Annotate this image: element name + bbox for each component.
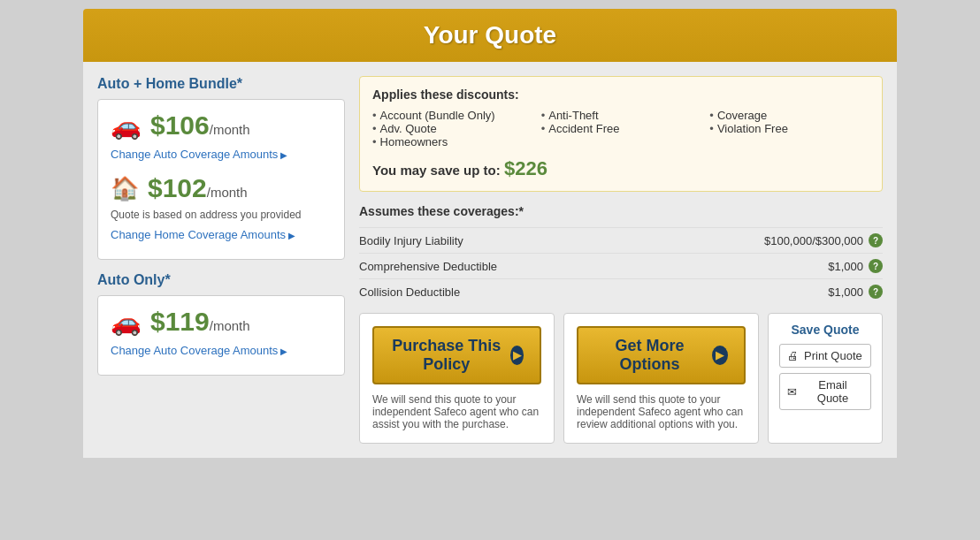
page-header: Your Quote (83, 9, 897, 62)
printer-icon (787, 349, 799, 362)
home-price: $102/month (148, 173, 248, 203)
auto-price: $106/month (150, 110, 250, 141)
coverage-value-3: $1,000 ? (828, 285, 883, 299)
action-row: Purchase This Policy ▶ We will send this… (359, 304, 883, 444)
coverage-label-3: Collision Deductible (359, 285, 460, 299)
help-icon-2[interactable]: ? (869, 259, 883, 273)
help-icon-3[interactable]: ? (869, 285, 883, 299)
arrow-icon-2 (288, 228, 295, 241)
options-card: Get More Options ▶ We will send this quo… (563, 313, 759, 444)
page-title: Your Quote (83, 21, 897, 49)
help-icon-1[interactable]: ? (869, 233, 883, 247)
arrow-icon-3 (280, 344, 287, 357)
coverages-section: Assumes these coverages:* Bodily Injury … (359, 204, 883, 304)
save-title: Save Quote (779, 323, 871, 337)
discount-item: • Adv. Quote (372, 122, 532, 135)
auto-only-price: $119/month (150, 307, 250, 337)
savings-line: You may save up to: $226 (372, 157, 869, 180)
bundle-section-title: Auto + Home Bundle* (97, 76, 345, 92)
savings-amount: $226 (504, 157, 547, 179)
discount-item: • Account (Bundle Only) (372, 109, 532, 122)
auto-only-section-title: Auto Only* (97, 272, 345, 288)
discount-item: • Violation Free (709, 122, 869, 135)
discount-col-3: • Coverage • Violation Free (709, 109, 869, 148)
coverage-row-2: Comprehensive Deductible $1,000 ? (359, 253, 883, 278)
discount-col-1: • Account (Bundle Only) • Adv. Quote • H… (372, 109, 532, 148)
coverages-title: Assumes these coverages:* (359, 204, 883, 218)
discount-item: • Coverage (709, 109, 869, 122)
email-button[interactable]: Email Quote (779, 373, 871, 410)
auto-only-quote-box: 🚗 $119/month Change Auto Coverage Amount… (97, 295, 345, 376)
email-icon (787, 385, 797, 399)
car-icon: 🚗 (111, 111, 142, 141)
discount-item: • Accident Free (541, 122, 701, 135)
change-auto-only-coverage-link[interactable]: Change Auto Coverage Amounts (111, 344, 287, 357)
home-icon: 🏠 (111, 175, 139, 202)
print-button[interactable]: Print Quote (779, 344, 871, 368)
discount-col-2: • Anti-Theft • Accident Free (541, 109, 701, 148)
change-home-coverage-link[interactable]: Change Home Coverage Amounts (111, 228, 295, 241)
home-note: Quote is based on address you provided (111, 209, 332, 221)
save-card: Save Quote Print Quote Email Quote (768, 313, 883, 444)
discounts-list: • Account (Bundle Only) • Adv. Quote • H… (372, 109, 869, 148)
options-arrow-icon: ▶ (712, 346, 728, 365)
coverage-value-2: $1,000 ? (828, 259, 883, 273)
purchase-button[interactable]: Purchase This Policy ▶ (372, 326, 541, 384)
discount-item: • Anti-Theft (541, 109, 701, 122)
right-panel: Applies these discounts: • Account (Bund… (359, 76, 883, 444)
discounts-box: Applies these discounts: • Account (Bund… (359, 76, 883, 192)
car-icon-2: 🚗 (111, 308, 142, 337)
coverage-row-3: Collision Deductible $1,000 ? (359, 278, 883, 304)
coverage-label-2: Comprehensive Deductible (359, 260, 497, 273)
coverage-row-1: Bodily Injury Liability $100,000/$300,00… (359, 227, 883, 253)
purchase-card: Purchase This Policy ▶ We will send this… (359, 313, 555, 444)
options-button[interactable]: Get More Options ▶ (577, 326, 746, 384)
bundle-quote-box: 🚗 $106/month Change Auto Coverage Amount… (97, 99, 345, 260)
left-panel: Auto + Home Bundle* 🚗 $106/month Change … (97, 76, 345, 444)
discount-item: • Homeowners (372, 135, 532, 148)
arrow-icon (280, 148, 287, 161)
coverage-value-1: $100,000/$300,000 ? (764, 233, 883, 247)
discounts-title: Applies these discounts: (372, 87, 869, 102)
purchase-arrow-icon: ▶ (510, 346, 524, 365)
purchase-note: We will send this quote to your independ… (372, 393, 541, 430)
coverage-label-1: Bodily Injury Liability (359, 234, 463, 247)
options-note: We will send this quote to your independ… (577, 393, 746, 430)
change-auto-coverage-link[interactable]: Change Auto Coverage Amounts (111, 148, 287, 161)
